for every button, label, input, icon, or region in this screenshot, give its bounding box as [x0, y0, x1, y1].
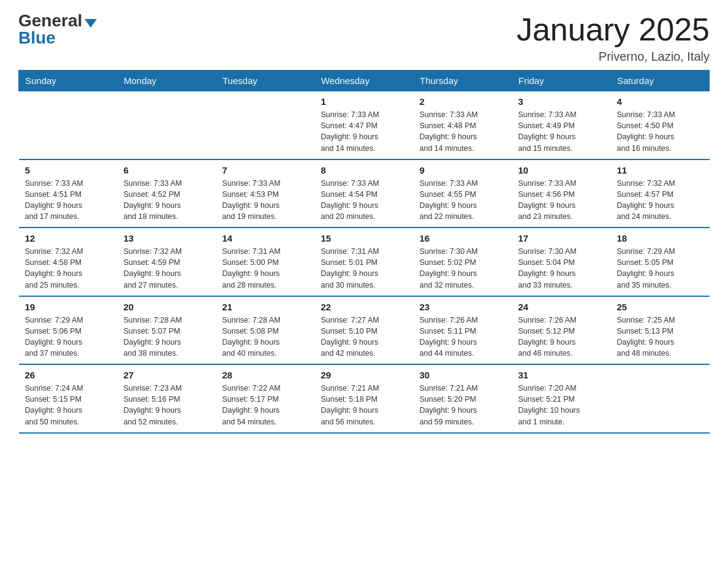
calendar-week-2: 12Sunrise: 7:32 AMSunset: 4:58 PMDayligh…	[19, 228, 710, 296]
calendar-cell	[19, 91, 118, 159]
day-number: 29	[321, 370, 408, 380]
day-info: Sunrise: 7:33 AMSunset: 4:51 PMDaylight:…	[25, 178, 112, 223]
day-number: 25	[617, 302, 703, 312]
day-number: 30	[420, 370, 506, 380]
calendar-week-0: 1Sunrise: 7:33 AMSunset: 4:47 PMDaylight…	[19, 91, 710, 159]
calendar-week-3: 19Sunrise: 7:29 AMSunset: 5:06 PMDayligh…	[19, 296, 710, 365]
day-number: 16	[420, 233, 506, 243]
day-number: 12	[25, 233, 112, 243]
day-number: 21	[222, 302, 309, 312]
calendar-cell: 29Sunrise: 7:21 AMSunset: 5:18 PMDayligh…	[315, 364, 414, 433]
calendar-cell: 17Sunrise: 7:30 AMSunset: 5:04 PMDayligh…	[512, 228, 611, 296]
day-info: Sunrise: 7:29 AMSunset: 5:06 PMDaylight:…	[25, 315, 112, 359]
day-number: 28	[222, 370, 309, 380]
day-number: 10	[518, 165, 605, 175]
calendar-cell: 20Sunrise: 7:28 AMSunset: 5:07 PMDayligh…	[118, 296, 216, 365]
day-info: Sunrise: 7:21 AMSunset: 5:20 PMDaylight:…	[420, 383, 506, 427]
calendar-cell: 11Sunrise: 7:32 AMSunset: 4:57 PMDayligh…	[611, 159, 710, 228]
day-info: Sunrise: 7:33 AMSunset: 4:54 PMDaylight:…	[321, 178, 408, 223]
header-row: SundayMondayTuesdayWednesdayThursdayFrid…	[19, 71, 710, 91]
calendar-cell: 30Sunrise: 7:21 AMSunset: 5:20 PMDayligh…	[414, 364, 512, 433]
day-number: 17	[518, 233, 605, 243]
location-text: Priverno, Lazio, Italy	[517, 50, 710, 64]
day-info: Sunrise: 7:33 AMSunset: 4:47 PMDaylight:…	[321, 109, 408, 154]
day-number: 2	[420, 96, 506, 107]
day-number: 23	[420, 302, 506, 312]
calendar-body: 1Sunrise: 7:33 AMSunset: 4:47 PMDaylight…	[19, 91, 710, 433]
day-info: Sunrise: 7:30 AMSunset: 5:02 PMDaylight:…	[420, 246, 506, 291]
logo-blue-text: Blue	[18, 29, 56, 47]
day-number: 19	[25, 302, 112, 312]
day-number: 14	[222, 233, 309, 243]
day-info: Sunrise: 7:33 AMSunset: 4:52 PMDaylight:…	[124, 178, 210, 223]
calendar-cell	[216, 91, 315, 159]
day-number: 1	[321, 96, 408, 107]
calendar-cell: 10Sunrise: 7:33 AMSunset: 4:56 PMDayligh…	[512, 159, 611, 228]
day-info: Sunrise: 7:33 AMSunset: 4:55 PMDaylight:…	[420, 178, 506, 223]
calendar-table: SundayMondayTuesdayWednesdayThursdayFrid…	[18, 70, 710, 434]
day-info: Sunrise: 7:28 AMSunset: 5:08 PMDaylight:…	[222, 315, 309, 359]
calendar-cell: 14Sunrise: 7:31 AMSunset: 5:00 PMDayligh…	[216, 228, 315, 296]
calendar-cell: 3Sunrise: 7:33 AMSunset: 4:49 PMDaylight…	[512, 91, 611, 159]
calendar-cell: 21Sunrise: 7:28 AMSunset: 5:08 PMDayligh…	[216, 296, 315, 365]
day-number: 3	[518, 96, 605, 107]
calendar-cell: 15Sunrise: 7:31 AMSunset: 5:01 PMDayligh…	[315, 228, 414, 296]
calendar-week-4: 26Sunrise: 7:24 AMSunset: 5:15 PMDayligh…	[19, 364, 710, 433]
day-info: Sunrise: 7:26 AMSunset: 5:12 PMDaylight:…	[518, 315, 605, 359]
header-cell-friday: Friday	[512, 71, 611, 91]
day-info: Sunrise: 7:24 AMSunset: 5:15 PMDaylight:…	[25, 383, 112, 427]
day-number: 13	[124, 233, 210, 243]
logo: General Blue	[18, 12, 97, 47]
calendar-cell: 1Sunrise: 7:33 AMSunset: 4:47 PMDaylight…	[315, 91, 414, 159]
day-info: Sunrise: 7:32 AMSunset: 4:57 PMDaylight:…	[617, 178, 703, 223]
day-info: Sunrise: 7:30 AMSunset: 5:04 PMDaylight:…	[518, 246, 605, 291]
day-info: Sunrise: 7:25 AMSunset: 5:13 PMDaylight:…	[617, 315, 703, 359]
calendar-cell: 18Sunrise: 7:29 AMSunset: 5:05 PMDayligh…	[611, 228, 710, 296]
calendar-cell: 12Sunrise: 7:32 AMSunset: 4:58 PMDayligh…	[19, 228, 118, 296]
day-info: Sunrise: 7:31 AMSunset: 5:01 PMDaylight:…	[321, 246, 408, 291]
day-number: 7	[222, 165, 309, 175]
day-number: 18	[617, 233, 703, 243]
day-number: 24	[518, 302, 605, 312]
day-info: Sunrise: 7:33 AMSunset: 4:56 PMDaylight:…	[518, 178, 605, 223]
calendar-cell: 25Sunrise: 7:25 AMSunset: 5:13 PMDayligh…	[611, 296, 710, 365]
header-cell-tuesday: Tuesday	[216, 71, 315, 91]
day-number: 15	[321, 233, 408, 243]
calendar-cell: 8Sunrise: 7:33 AMSunset: 4:54 PMDaylight…	[315, 159, 414, 228]
header-cell-monday: Monday	[118, 71, 216, 91]
day-number: 27	[124, 370, 210, 380]
calendar-cell: 23Sunrise: 7:26 AMSunset: 5:11 PMDayligh…	[414, 296, 512, 365]
calendar-cell: 5Sunrise: 7:33 AMSunset: 4:51 PMDaylight…	[19, 159, 118, 228]
day-info: Sunrise: 7:32 AMSunset: 4:58 PMDaylight:…	[25, 246, 112, 291]
calendar-cell	[611, 364, 710, 433]
calendar-cell: 4Sunrise: 7:33 AMSunset: 4:50 PMDaylight…	[611, 91, 710, 159]
calendar-cell: 24Sunrise: 7:26 AMSunset: 5:12 PMDayligh…	[512, 296, 611, 365]
day-number: 9	[420, 165, 506, 175]
day-info: Sunrise: 7:27 AMSunset: 5:10 PMDaylight:…	[321, 315, 408, 359]
calendar-cell: 6Sunrise: 7:33 AMSunset: 4:52 PMDaylight…	[118, 159, 216, 228]
calendar-cell: 28Sunrise: 7:22 AMSunset: 5:17 PMDayligh…	[216, 364, 315, 433]
calendar-cell: 2Sunrise: 7:33 AMSunset: 4:48 PMDaylight…	[414, 91, 512, 159]
header-cell-sunday: Sunday	[19, 71, 118, 91]
day-info: Sunrise: 7:33 AMSunset: 4:50 PMDaylight:…	[617, 109, 703, 154]
month-title: January 2025	[517, 12, 710, 47]
calendar-week-1: 5Sunrise: 7:33 AMSunset: 4:51 PMDaylight…	[19, 159, 710, 228]
logo-triangle-icon	[85, 19, 97, 28]
day-info: Sunrise: 7:33 AMSunset: 4:48 PMDaylight:…	[420, 109, 506, 154]
day-number: 11	[617, 165, 703, 175]
day-number: 4	[617, 96, 703, 107]
header-cell-saturday: Saturday	[611, 71, 710, 91]
day-number: 26	[25, 370, 112, 380]
calendar-cell: 26Sunrise: 7:24 AMSunset: 5:15 PMDayligh…	[19, 364, 118, 433]
day-info: Sunrise: 7:22 AMSunset: 5:17 PMDaylight:…	[222, 383, 309, 427]
day-info: Sunrise: 7:33 AMSunset: 4:49 PMDaylight:…	[518, 109, 605, 154]
day-info: Sunrise: 7:26 AMSunset: 5:11 PMDaylight:…	[420, 315, 506, 359]
calendar-cell: 13Sunrise: 7:32 AMSunset: 4:59 PMDayligh…	[118, 228, 216, 296]
day-number: 6	[124, 165, 210, 175]
page-header: General Blue January 2025 Priverno, Lazi…	[18, 12, 710, 64]
calendar-cell: 7Sunrise: 7:33 AMSunset: 4:53 PMDaylight…	[216, 159, 315, 228]
calendar-cell	[118, 91, 216, 159]
day-info: Sunrise: 7:23 AMSunset: 5:16 PMDaylight:…	[124, 383, 210, 427]
day-number: 5	[25, 165, 112, 175]
day-number: 8	[321, 165, 408, 175]
